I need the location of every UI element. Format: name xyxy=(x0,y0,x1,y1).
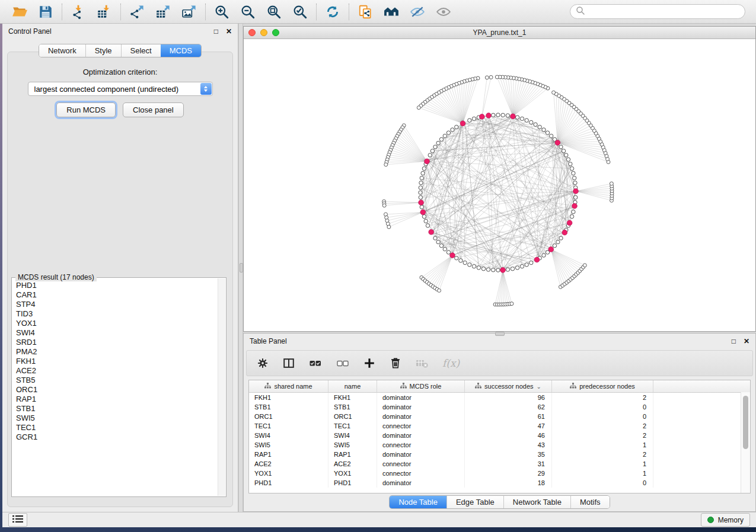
cell-MCDS-role: dominator xyxy=(377,450,465,459)
mcds-result-item[interactable]: RAP1 xyxy=(16,395,218,404)
save-session-icon[interactable] xyxy=(37,4,54,20)
table-scrollbar-thumb[interactable] xyxy=(743,396,748,449)
table-row[interactable]: PHD1PHD1dominator180 xyxy=(249,478,750,488)
table-row[interactable]: SWI5SWI5connector431 xyxy=(249,440,750,450)
export-table-icon[interactable] xyxy=(155,4,171,20)
mcds-result-item[interactable]: CAR1 xyxy=(16,290,218,300)
table-row[interactable]: RAP1RAP1dominator352 xyxy=(249,450,750,459)
cell-predecessor-nodes: 1 xyxy=(552,440,653,450)
search-box[interactable] xyxy=(570,4,745,19)
control-panel-tabbar: NetworkStyleSelectMCDS xyxy=(39,44,202,57)
mcds-result-item[interactable]: STP4 xyxy=(16,300,218,309)
horizontal-splitter-handle[interactable] xyxy=(495,332,505,336)
task-history-button[interactable] xyxy=(8,513,27,527)
search-input[interactable] xyxy=(589,7,739,17)
float-table-panel-icon[interactable]: □ xyxy=(732,338,736,345)
cell-predecessor-nodes: 1 xyxy=(552,469,653,478)
export-image-icon[interactable] xyxy=(181,4,197,20)
close-window-icon[interactable] xyxy=(248,29,256,36)
zoom-fit-icon[interactable] xyxy=(266,4,282,20)
main-toolbar xyxy=(0,0,756,24)
network-canvas[interactable] xyxy=(244,39,755,332)
table-row[interactable]: YOX1YOX1connector291 xyxy=(249,469,750,478)
tab-network-table[interactable]: Network Table xyxy=(503,496,570,508)
first-neighbors-icon[interactable] xyxy=(383,4,400,20)
cell-shared-name: PHD1 xyxy=(249,478,328,488)
mcds-result-item[interactable]: ACE2 xyxy=(16,366,218,376)
close-panel-icon[interactable]: ✕ xyxy=(226,28,232,35)
table-body: FKH1FKH1dominator962STB1STB1dominator620… xyxy=(249,393,750,488)
cell-predecessor-nodes: 2 xyxy=(552,431,653,440)
select-all-icon[interactable] xyxy=(308,356,323,370)
table-row[interactable]: TEC1TEC1connector472 xyxy=(249,421,750,431)
mcds-result-list[interactable]: PHD1CAR1STP4TID3YOX1SWI4SRD1PMA2FKH1ACE2… xyxy=(12,278,218,496)
mcds-result-item[interactable]: STB1 xyxy=(16,404,218,414)
column-label: predecessor nodes xyxy=(579,383,635,390)
tab-edge-table[interactable]: Edge Table xyxy=(446,496,503,508)
deselect-all-icon[interactable] xyxy=(336,356,350,370)
tab-node-table[interactable]: Node Table xyxy=(390,496,446,508)
memory-button[interactable]: Memory xyxy=(701,513,750,527)
mcds-result-item[interactable]: SWI5 xyxy=(16,414,218,423)
delete-column-icon[interactable] xyxy=(389,356,402,370)
zoom-selected-icon[interactable] xyxy=(292,4,308,20)
open-session-icon[interactable] xyxy=(11,4,28,20)
column-header-successor-nodes[interactable]: successor nodes⌄ xyxy=(465,380,552,392)
column-label: shared name xyxy=(274,383,312,390)
cell-MCDS-role: connector xyxy=(377,421,465,431)
settings-icon[interactable] xyxy=(256,356,269,370)
mcds-result-item[interactable]: STB5 xyxy=(16,376,218,385)
mcds-result-item[interactable]: SRD1 xyxy=(16,338,218,347)
column-header-filler xyxy=(653,380,750,392)
export-network-icon[interactable] xyxy=(129,4,145,20)
table-row[interactable]: ORC1ORC1dominator610 xyxy=(249,412,750,421)
column-header-shared-name[interactable]: shared name xyxy=(249,380,328,392)
float-panel-icon[interactable]: □ xyxy=(214,28,218,35)
table-row[interactable]: SWI4SWI4dominator462 xyxy=(249,431,750,440)
mcds-result-item[interactable]: YOX1 xyxy=(16,319,218,328)
mcds-result-item[interactable]: TEC1 xyxy=(16,423,218,432)
tab-network[interactable]: Network xyxy=(39,44,85,57)
import-table-icon[interactable] xyxy=(96,4,113,20)
tab-mcds[interactable]: MCDS xyxy=(161,44,201,57)
cell-MCDS-role: connector xyxy=(377,459,465,469)
mcds-result-item[interactable]: TID3 xyxy=(16,309,218,319)
cell-predecessor-nodes: 0 xyxy=(552,402,653,412)
cell-shared-name: FKH1 xyxy=(249,393,328,402)
mcds-result-item[interactable]: PHD1 xyxy=(16,281,218,290)
split-view-icon[interactable] xyxy=(282,356,295,370)
mcds-result-item[interactable]: ORC1 xyxy=(16,385,218,395)
mcds-result-item[interactable]: GCR1 xyxy=(16,432,218,442)
zoom-in-icon[interactable] xyxy=(213,4,230,20)
tab-select[interactable]: Select xyxy=(121,44,161,57)
import-network-icon[interactable] xyxy=(70,4,87,20)
table-row[interactable]: FKH1FKH1dominator962 xyxy=(249,393,750,402)
optimization-criterion-dropdown[interactable]: largest connected component (undirected) xyxy=(28,82,213,96)
table-toolbar: f(x) xyxy=(246,350,753,376)
hide-selected-icon[interactable] xyxy=(409,4,426,20)
mcds-result-item[interactable]: FKH1 xyxy=(16,357,218,366)
column-header-predecessor-nodes[interactable]: predecessor nodes xyxy=(552,380,653,392)
table-row[interactable]: ACE2ACE2connector311 xyxy=(249,459,750,469)
close-panel-button[interactable]: Close panel xyxy=(123,102,184,117)
duplicate-network-icon[interactable] xyxy=(357,4,374,20)
column-header-MCDS-role[interactable]: MCDS role xyxy=(377,380,465,392)
run-mcds-button[interactable]: Run MCDS xyxy=(56,102,116,117)
mcds-panel: Optimization criterion: largest connecte… xyxy=(7,52,233,507)
add-column-icon[interactable] xyxy=(363,356,376,370)
tab-style[interactable]: Style xyxy=(85,44,121,57)
table-row[interactable]: STB1STB1dominator620 xyxy=(249,402,750,412)
tab-motifs[interactable]: Motifs xyxy=(570,496,610,508)
refresh-icon[interactable] xyxy=(324,4,341,20)
show-all-icon[interactable] xyxy=(435,4,452,20)
close-table-panel-icon[interactable]: ✕ xyxy=(744,338,749,345)
maximize-window-icon[interactable] xyxy=(272,29,279,36)
mcds-list-scrollbar[interactable] xyxy=(218,278,225,496)
minimize-window-icon[interactable] xyxy=(260,29,267,36)
zoom-out-icon[interactable] xyxy=(240,4,256,20)
table-scrollbar[interactable] xyxy=(741,392,750,493)
column-header-name[interactable]: name xyxy=(328,380,377,392)
vertical-splitter[interactable] xyxy=(238,24,243,512)
mcds-result-item[interactable]: PMA2 xyxy=(16,347,218,357)
mcds-result-item[interactable]: SWI4 xyxy=(16,328,218,338)
